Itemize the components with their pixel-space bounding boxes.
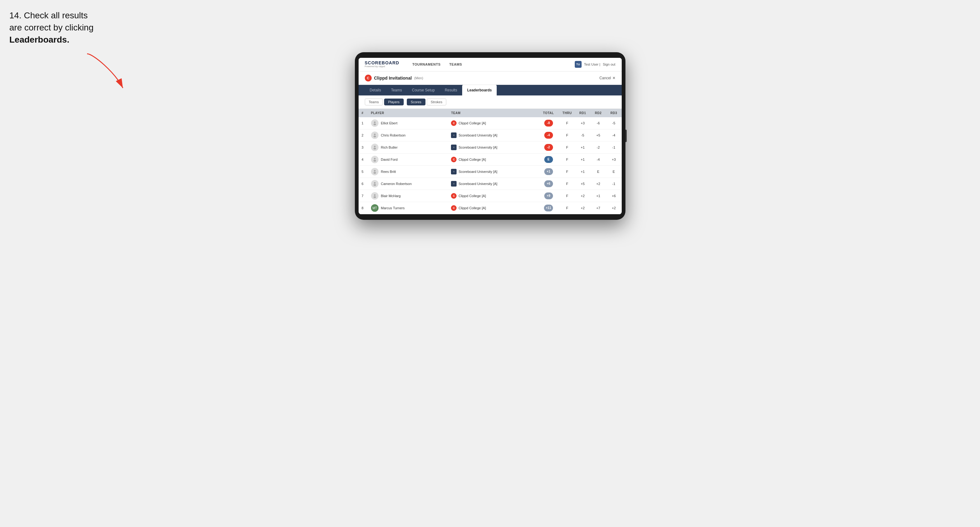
user-label: Test User | [584,62,600,66]
cell-rank: 8 [359,202,368,214]
svg-point-7 [374,158,375,159]
player-name: Elliot Ebert [381,121,398,125]
team-name: Scoreboard University [A] [458,182,497,186]
cell-rd1: +5 [575,178,590,190]
cell-rd1: +2 [575,202,590,214]
cell-rd2: E [590,165,606,178]
cell-rd1: +1 [575,141,590,153]
cell-player: Rich Butler [368,141,448,153]
cell-rd2: -2 [590,141,606,153]
cell-total: E [538,153,560,165]
team-name: Scoreboard University [A] [458,170,497,173]
tab-teams[interactable]: Teams [386,85,407,95]
svg-point-1 [374,121,375,123]
team-icon: ≡ [451,132,457,138]
col-rd1: RD1 [575,109,590,117]
cell-rank: 3 [359,141,368,153]
table-body: 1Elliot EbertCClippd College [A]-8F+3-6-… [359,117,622,214]
svg-point-14 [374,196,376,198]
leaderboard-table: # PLAYER TEAM TOTAL THRU RD1 RD2 RD3 1El… [359,109,622,214]
table-row: 8MTMarcus TurnersCClippd College [A]+11F… [359,202,622,214]
instruction-line1: 14. Check all results [10,11,88,20]
instruction-line3: Leaderboards. [10,35,69,44]
filter-scores-button[interactable]: Scores [407,98,425,105]
cell-total: -8 [538,117,560,129]
cell-team: ≡Scoreboard University [A] [448,129,538,141]
cell-rd2: -6 [590,117,606,129]
cell-thru: F [560,190,575,202]
cancel-button[interactable]: Cancel ✕ [599,76,615,80]
col-total: TOTAL [538,109,560,117]
tab-details[interactable]: Details [365,85,386,95]
total-badge: +1 [544,168,553,175]
cell-rd2: +5 [590,129,606,141]
player-avatar [371,144,379,151]
nav-tournaments[interactable]: TOURNAMENTS [408,58,445,71]
tab-course-setup[interactable]: Course Setup [407,85,440,95]
cell-rd2: +2 [590,178,606,190]
instruction-block: 14. Check all results are correct by cli… [10,10,124,46]
user-avatar: TU [575,61,582,68]
table-row: 4David FordCClippd College [A]EF+1-4+3 [359,153,622,165]
cell-total: -4 [538,129,560,141]
logo-area: SCOREBOARD Powered by clippd [365,60,399,68]
tournament-tag: (Men) [414,76,423,80]
svg-point-5 [374,146,375,147]
tablet-screen: SCOREBOARD Powered by clippd TOURNAMENTS… [359,58,622,214]
nav-right: TU Test User | Sign out [575,61,616,68]
team-icon: C [451,193,457,199]
scene-container: SCOREBOARD Powered by clippd TOURNAMENTS… [10,52,970,220]
filter-row: Teams Players Scores Strokes [359,95,622,109]
cell-rd3: +2 [606,202,622,214]
cell-rank: 5 [359,165,368,178]
total-badge: +11 [544,205,553,211]
filter-strokes-button[interactable]: Strokes [427,98,446,105]
cell-rd3: +3 [606,153,622,165]
cell-rd2: +1 [590,190,606,202]
cell-rank: 2 [359,129,368,141]
filter-teams-button[interactable]: Teams [365,98,383,105]
team-icon: C [451,157,457,162]
table-row: 3Rich Butler≡Scoreboard University [A]-2… [359,141,622,153]
tab-leaderboards[interactable]: Leaderboards [462,85,497,95]
filter-players-button[interactable]: Players [384,98,404,105]
cell-thru: F [560,165,575,178]
cell-rd3: +6 [606,190,622,202]
player-avatar: MT [371,204,379,212]
sign-out-link[interactable]: Sign out [603,62,615,66]
nav-links: TOURNAMENTS TEAMS [408,58,575,71]
player-name: Marcus Turners [381,206,405,210]
cell-player: MTMarcus Turners [368,202,448,214]
team-name: Clippd College [A] [458,194,486,198]
cell-rank: 7 [359,190,368,202]
nav-teams[interactable]: TEAMS [445,58,466,71]
player-avatar [371,168,379,175]
cell-team: ≡Scoreboard University [A] [448,141,538,153]
svg-point-3 [374,133,375,135]
col-rank: # [359,109,368,117]
cell-total: +6 [538,178,560,190]
svg-point-11 [374,182,375,183]
team-name: Scoreboard University [A] [458,146,497,149]
player-name: Chris Robertson [381,133,406,137]
cell-rd3: -4 [606,129,622,141]
cell-rd3: -1 [606,178,622,190]
cell-rd1: +1 [575,153,590,165]
cell-thru: F [560,129,575,141]
player-name: David Ford [381,158,398,161]
tab-results[interactable]: Results [440,85,462,95]
cell-rd3: -1 [606,141,622,153]
table-header: # PLAYER TEAM TOTAL THRU RD1 RD2 RD3 [359,109,622,117]
cell-thru: F [560,153,575,165]
cell-rank: 1 [359,117,368,129]
cell-rd2: +7 [590,202,606,214]
cell-thru: F [560,141,575,153]
cell-team: CClippd College [A] [448,202,538,214]
svg-point-6 [374,148,376,149]
tablet-frame: SCOREBOARD Powered by clippd TOURNAMENTS… [355,52,625,220]
table-row: 2Chris Robertson≡Scoreboard University [… [359,129,622,141]
table-row: 6Cameron Robertson≡Scoreboard University… [359,178,622,190]
team-icon: ≡ [451,144,457,150]
cell-total: +9 [538,190,560,202]
cell-team: CClippd College [A] [448,117,538,129]
